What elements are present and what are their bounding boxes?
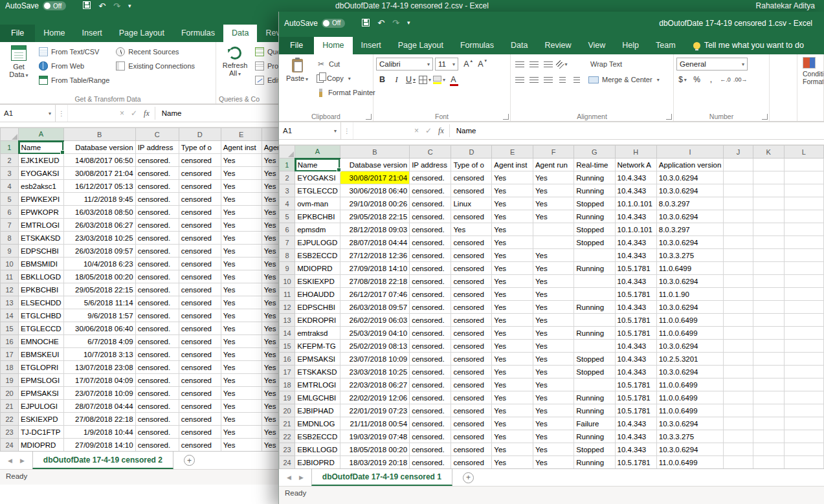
row-header-23[interactable]: 23 <box>1 426 19 439</box>
cell-G20[interactable]: Running <box>574 404 615 417</box>
cell-B13[interactable]: 5/6/2018 11:14 <box>63 296 135 309</box>
cell-J7[interactable] <box>724 236 753 249</box>
row-header-24[interactable]: 24 <box>280 456 295 469</box>
font-color-button[interactable]: A <box>447 73 460 86</box>
row-header-19[interactable]: 19 <box>280 391 295 404</box>
cell-A9[interactable]: MDIOPRD <box>295 262 340 275</box>
cell-K3[interactable] <box>753 184 784 197</box>
cell-B8[interactable]: 23/03/2018 10:25 <box>63 232 135 245</box>
cell-F12[interactable]: Yes <box>533 301 573 314</box>
cell-A5[interactable]: EPKBCHBI <box>295 210 340 223</box>
percent-style-button[interactable]: % <box>691 73 703 86</box>
cell-C20[interactable]: censored. <box>135 387 179 400</box>
row-header-15[interactable]: 15 <box>280 340 295 353</box>
undo-button[interactable]: ↶ <box>377 19 384 27</box>
cell-B2[interactable]: 14/08/2017 06:50 <box>63 154 135 167</box>
cell-A17[interactable]: EBMSKEUI <box>19 348 64 361</box>
cell-G2[interactable]: Running <box>574 171 615 184</box>
cell-A11[interactable]: EBKLLOGD <box>19 270 64 283</box>
cell-J15[interactable] <box>724 340 753 353</box>
underline-button[interactable]: U <box>405 73 417 86</box>
column-header-K[interactable]: K <box>753 146 784 159</box>
cell-A3[interactable]: ETGLECCD <box>295 184 340 197</box>
cell-G10[interactable] <box>574 275 615 288</box>
cell-J21[interactable] <box>724 417 753 430</box>
cell-F15[interactable]: Yes <box>533 340 573 353</box>
copy-button[interactable]: Copy <box>314 71 378 85</box>
cell-K19[interactable] <box>753 391 784 404</box>
formula-input[interactable]: Name <box>155 105 182 122</box>
cell-C14[interactable]: censored. <box>410 327 451 340</box>
cell-G8[interactable] <box>574 249 615 262</box>
refresh-all-button[interactable]: Refresh All <box>219 44 251 78</box>
cell-B7[interactable]: 28/07/2018 04:44 <box>340 236 409 249</box>
cell-L8[interactable] <box>784 249 823 262</box>
cell-I12[interactable]: 10.3.0.6294 <box>656 301 724 314</box>
cell-G12[interactable]: Running <box>574 301 615 314</box>
cell-K6[interactable] <box>753 223 784 236</box>
cell-F9[interactable]: Yes <box>533 262 573 275</box>
cell-K21[interactable] <box>753 417 784 430</box>
cell-H2[interactable]: 10.4.343 <box>615 171 656 184</box>
cell-E4[interactable]: Yes <box>492 197 533 210</box>
cell-D18[interactable]: censored <box>179 361 221 374</box>
cell-E6[interactable]: Yes <box>221 206 262 219</box>
cell-A22[interactable]: ESKIEXPD <box>19 413 64 426</box>
cell-A22[interactable]: ESB2ECCD <box>295 430 340 443</box>
cell-I9[interactable]: 11.0.6499 <box>656 262 724 275</box>
cell-A10[interactable]: ESKIEXPD <box>295 275 340 288</box>
cell-C16[interactable]: censored. <box>135 335 179 348</box>
cell-C11[interactable]: censored. <box>410 288 451 301</box>
ribbon-tab-team[interactable]: Team <box>647 37 684 54</box>
cell-C14[interactable]: censored. <box>135 309 179 322</box>
cell-C18[interactable]: censored. <box>135 361 179 374</box>
cell-I1[interactable]: Application version <box>656 159 724 171</box>
cell-B19[interactable]: 22/02/2019 12:06 <box>340 391 409 404</box>
autosave-toggle[interactable]: Off <box>322 19 345 28</box>
column-header-E[interactable]: E <box>221 128 262 141</box>
cell-B14[interactable]: 9/6/2018 1:57 <box>63 309 135 322</box>
borders-button[interactable] <box>419 73 431 86</box>
cell-B4[interactable]: 16/12/2017 05:13 <box>63 180 135 193</box>
cell-E7[interactable]: Yes <box>221 219 262 232</box>
cell-A7[interactable]: EJPULOGD <box>295 236 340 249</box>
cell-F22[interactable]: Yes <box>533 430 573 443</box>
cell-C19[interactable]: censored. <box>410 391 451 404</box>
middle-align-button[interactable] <box>528 58 540 71</box>
cell-D2[interactable]: censored <box>179 154 221 167</box>
cell-G11[interactable] <box>574 288 615 301</box>
cell-F18[interactable]: Yes <box>533 378 573 391</box>
ribbon-tab-file[interactable]: File <box>0 25 35 42</box>
cell-C8[interactable]: censored. <box>135 232 179 245</box>
cell-B5[interactable]: 29/05/2018 22:15 <box>340 210 409 223</box>
cell-D5[interactable]: censored <box>451 210 492 223</box>
row-header-11[interactable]: 11 <box>280 288 295 301</box>
cell-K10[interactable] <box>753 275 784 288</box>
cell-C9[interactable]: censored. <box>135 245 179 257</box>
cell-E4[interactable]: Yes <box>221 180 262 193</box>
cell-G23[interactable]: Stopped <box>574 443 615 456</box>
cell-J10[interactable] <box>724 275 753 288</box>
cell-D8[interactable]: censored <box>451 249 492 262</box>
cell-H9[interactable]: 10.5.1781 <box>615 262 656 275</box>
cell-L10[interactable] <box>784 275 823 288</box>
cell-E2[interactable]: Yes <box>221 154 262 167</box>
cell-E22[interactable]: Yes <box>221 413 262 426</box>
cancel-button[interactable]: × <box>414 126 419 135</box>
cell-H14[interactable]: 10.5.1781 <box>615 327 656 340</box>
cell-I15[interactable]: 10.3.0.6294 <box>656 340 724 353</box>
cell-D1[interactable]: Type of o <box>451 159 492 171</box>
cell-D17[interactable]: censored <box>451 366 492 378</box>
cell-C15[interactable]: censored. <box>410 340 451 353</box>
cell-E14[interactable]: Yes <box>221 309 262 322</box>
ribbon-tab-page-layout[interactable]: Page Layout <box>390 37 452 54</box>
cell-L11[interactable] <box>784 288 823 301</box>
cell-C12[interactable]: censored. <box>135 283 179 296</box>
cell-D6[interactable]: Yes <box>451 223 492 236</box>
cell-E7[interactable]: Yes <box>492 236 533 249</box>
increase-decimal-button[interactable] <box>719 73 731 86</box>
font-name-select[interactable]: Calibri <box>376 58 433 71</box>
cell-I8[interactable]: 10.3.3.275 <box>656 249 724 262</box>
cell-B24[interactable]: 27/09/2018 14:10 <box>63 439 135 452</box>
row-header-8[interactable]: 8 <box>1 232 19 245</box>
